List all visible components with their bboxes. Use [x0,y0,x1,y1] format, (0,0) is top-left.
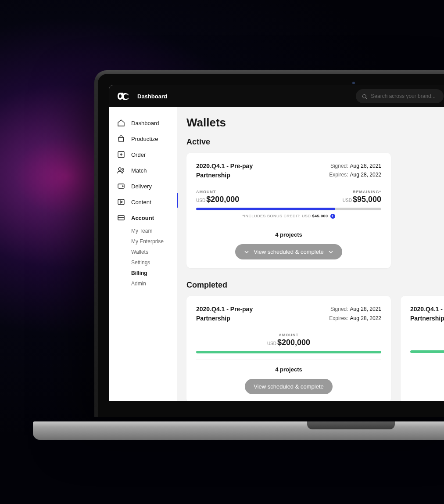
sidebar-sub-billing[interactable]: Billing [109,268,177,278]
sidebar-item-account[interactable]: Account [109,210,177,226]
completed-section-title: Completed [186,281,444,290]
progress-bar [196,351,381,353]
svg-point-0 [363,94,366,98]
sidebar-label: Delivery [131,183,152,190]
view-scheduled-button[interactable]: View scheduled & complete [235,244,342,259]
wallet-dates: Signed:Aug 28, 2021 Expires:Aug 28, 2022 [329,162,381,180]
page-title: Wallets [186,116,444,130]
project-count: 4 projects [196,231,381,238]
app-screen: Dashboard [109,85,444,401]
main-content: Wallets Active 2020.Q4.1 - Pre-pay Partn… [177,107,444,401]
progress-bar [196,208,381,210]
completed-wallet-card: 2020.Q4.1 - Pre Partnership [401,296,444,401]
sidebar-item-match[interactable]: Match [109,162,177,178]
sidebar-sub-settings[interactable]: Settings [109,257,177,268]
search-input[interactable] [371,93,437,99]
sidebar-label: Account [131,215,154,221]
svg-rect-9 [118,199,124,205]
card-icon [117,214,125,222]
sidebar: Dashboard Productize [109,107,177,401]
divider [196,225,381,225]
svg-point-5 [118,168,121,170]
amount-block: AMOUNT USD$200,000 [267,333,310,347]
info-icon[interactable] [330,214,335,219]
svg-point-8 [122,186,123,187]
bonus-credit-line: *INCLUDES BONUS CREDIT: USD $45,000 [196,214,381,219]
project-count: 4 projects [196,366,381,373]
progress-fill [410,350,444,353]
progress-fill [196,208,335,210]
camera-dot [352,82,355,84]
wallet-name: 2020.Q4.1 - Pre Partnership [410,305,444,323]
users-icon [117,166,125,174]
chevron-down-icon [244,249,249,255]
active-wallet-card: 2020.Q4.1 - Pre-pay Partnership Signed:A… [186,153,391,268]
search-box[interactable] [356,89,444,103]
sidebar-label: Match [131,167,147,174]
bag-icon [117,135,125,143]
sidebar-item-dashboard[interactable]: Dashboard [109,115,177,131]
sidebar-label: Dashboard [131,120,159,126]
progress-bar [410,350,444,353]
sidebar-item-content[interactable]: Content [109,194,177,210]
sidebar-sub-myenterprise[interactable]: My Enterprise [109,236,177,247]
completed-wallet-card: 2020.Q4.1 - Pre-pay Partnership Signed:A… [186,296,391,401]
plus-box-icon [117,151,125,158]
sidebar-sub-myteam[interactable]: My Team [109,226,177,236]
laptop-frame: Dashboard [94,70,444,417]
play-icon [117,198,125,206]
sidebar-sub-admin[interactable]: Admin [109,278,177,289]
box-icon [117,182,125,190]
sidebar-label: Productize [131,136,158,142]
header-title: Dashboard [137,93,167,100]
wallet-name: 2020.Q4.1 - Pre-pay Partnership [196,305,253,323]
sidebar-label: Order [131,151,146,158]
view-scheduled-button[interactable]: View scheduled & complete [245,379,332,394]
chevron-down-icon [328,249,333,255]
wallet-dates: Signed:Aug 28, 2021 Expires:Aug 28, 2022 [329,305,381,323]
laptop-bezel: Dashboard [98,74,444,417]
svg-rect-10 [118,216,124,220]
svg-line-1 [365,97,367,99]
svg-point-6 [122,169,124,170]
remaining-block: REMAINING* USD$95,000 [343,190,381,204]
sidebar-sub-wallets[interactable]: Wallets [109,247,177,257]
active-card-indicator [177,193,178,208]
brand-logo[interactable] [117,91,129,101]
home-icon [117,119,125,127]
laptop-notch [307,421,395,429]
sidebar-label: Content [131,199,151,205]
active-section-title: Active [186,137,444,147]
app-header: Dashboard [109,85,444,107]
divider [196,360,381,360]
sidebar-item-delivery[interactable]: Delivery [109,178,177,194]
amount-block: AMOUNT USD$200,000 [196,190,239,204]
search-icon [362,93,367,99]
progress-fill [196,351,381,353]
wallet-name: 2020.Q4.1 - Pre-pay Partnership [196,162,253,180]
sidebar-item-order[interactable]: Order [109,147,177,162]
sidebar-item-productize[interactable]: Productize [109,131,177,147]
